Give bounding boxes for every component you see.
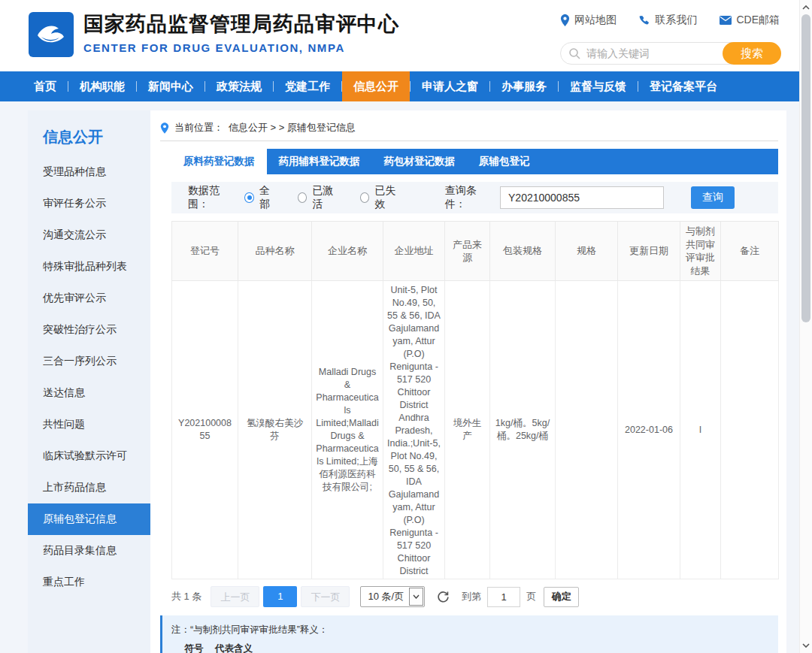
nav-item-4[interactable]: 党建工作 xyxy=(274,71,341,101)
brand: 国家药品监督管理局药品审评中心 CENTER FOR DRUG EVALUATI… xyxy=(29,12,399,57)
breadcrumb-location-label: 当前位置： xyxy=(174,121,223,135)
mail-icon xyxy=(720,16,732,25)
main-content: 当前位置：信息公开 > > 原辅包登记信息 原料药登记数据药用辅料登记数据药包材… xyxy=(150,110,786,653)
radio-icon xyxy=(298,192,308,203)
tab-2[interactable]: 药包材登记数据 xyxy=(372,149,468,174)
cell-text: 氢溴酸右美沙芬 xyxy=(242,417,308,443)
table-cell-0-9 xyxy=(721,281,779,579)
scrollbar-thumb[interactable] xyxy=(801,14,810,322)
sidebar-item-4[interactable]: 优先审评公示 xyxy=(28,283,150,314)
table-cell-0-8: I xyxy=(680,281,721,579)
radio-option-2[interactable]: 已失效 xyxy=(360,184,403,211)
site-header: 国家药品监督管理局药品审评中心 CENTER FOR DRUG EVALUATI… xyxy=(0,0,799,71)
tab-0[interactable]: 原料药登记数据 xyxy=(171,149,267,174)
sidebar-item-3[interactable]: 特殊审批品种列表 xyxy=(28,251,150,283)
cde-logo-icon[interactable] xyxy=(29,12,74,57)
query-label: 查询条件： xyxy=(445,184,494,211)
cell-text: 2022-01-06 xyxy=(622,424,676,437)
tab-1[interactable]: 药用辅料登记数据 xyxy=(267,149,372,174)
sidebar-item-10[interactable]: 上市药品信息 xyxy=(28,472,150,503)
nav-item-3[interactable]: 政策法规 xyxy=(205,71,273,101)
query-input[interactable] xyxy=(500,186,664,209)
quick-link-mail[interactable]: CDE邮箱 xyxy=(720,14,780,27)
column-header-6: 规格 xyxy=(556,222,618,281)
search-button[interactable]: 搜索 xyxy=(723,42,781,65)
nav-item-1[interactable]: 机构职能 xyxy=(68,71,136,101)
radio-option-label: 已激活 xyxy=(312,184,340,211)
prev-page-button[interactable]: 上一页 xyxy=(211,586,259,607)
nav-item-2[interactable]: 新闻中心 xyxy=(137,71,205,101)
column-header-7: 更新日期 xyxy=(618,222,680,281)
sidebar-item-7[interactable]: 送达信息 xyxy=(28,377,150,409)
radio-option-0[interactable]: 全部 xyxy=(244,184,277,211)
sidebar-item-5[interactable]: 突破性治疗公示 xyxy=(28,314,150,346)
body-row: 信息公开 受理品种信息审评任务公示沟通交流公示特殊审批品种列表优先审评公示突破性… xyxy=(0,101,799,653)
table-cell-0-4: 境外生产 xyxy=(445,281,490,579)
query-button[interactable]: 查询 xyxy=(691,186,735,209)
refresh-icon[interactable] xyxy=(437,591,450,603)
radio-option-label: 已失效 xyxy=(374,184,402,211)
quick-link-label: 联系我们 xyxy=(655,14,697,27)
nav-item-8[interactable]: 监督与反馈 xyxy=(559,71,638,101)
column-header-5: 包装规格 xyxy=(490,222,556,281)
nav-item-7[interactable]: 办事服务 xyxy=(490,71,558,101)
pagination: 共 1 条 上一页 1 下一页 10 条/页 到第 xyxy=(171,586,778,607)
nav-item-9[interactable]: 登记备案平台 xyxy=(638,71,729,101)
page-number-1[interactable]: 1 xyxy=(263,586,297,607)
breadcrumb-divider xyxy=(160,141,778,141)
sidebar-item-1[interactable]: 审评任务公示 xyxy=(28,188,150,219)
sidebar-item-12[interactable]: 药品目录集信息 xyxy=(28,535,150,567)
pagination-total: 共 1 条 xyxy=(171,590,201,603)
scrollbar-down-arrow-icon[interactable] xyxy=(800,639,812,651)
sidebar-item-6[interactable]: 三合一序列公示 xyxy=(28,346,150,377)
note-col-symbol: 符号 xyxy=(179,642,209,653)
sidebar-item-11[interactable]: 原辅包登记信息 xyxy=(28,503,150,535)
table-cell-0-1: 氢溴酸右美沙芬 xyxy=(238,281,312,579)
sidebar-item-9[interactable]: 临床试验默示许可 xyxy=(28,440,150,472)
radio-group: 全部已激活已失效 xyxy=(244,184,422,211)
note-header: 符号 代表含义 xyxy=(179,642,771,653)
nav-item-5[interactable]: 信息公开 xyxy=(342,71,410,101)
sidebar: 信息公开 受理品种信息审评任务公示沟通交流公示特殊审批品种列表优先审评公示突破性… xyxy=(28,110,150,653)
table-cell-0-0: Y20210000855 xyxy=(172,281,238,579)
nav-item-6[interactable]: 申请人之窗 xyxy=(411,71,489,101)
sidebar-item-2[interactable]: 沟通交流公示 xyxy=(28,219,150,251)
radio-icon xyxy=(360,192,370,203)
scrollbar-up-arrow-icon[interactable] xyxy=(800,2,812,14)
confirm-button[interactable]: 确定 xyxy=(544,587,579,607)
sidebar-item-8[interactable]: 共性问题 xyxy=(28,409,150,440)
page-size-value: 10 条/页 xyxy=(361,590,408,603)
quick-link-phone[interactable]: 联系我们 xyxy=(639,14,697,27)
sidebar-item-13[interactable]: 重点工作 xyxy=(28,567,150,598)
sidebar-item-0[interactable]: 受理品种信息 xyxy=(28,156,150,188)
cell-text: 1kg/桶。5kg/桶。25kg/桶 xyxy=(494,417,551,443)
quick-link-map-pin[interactable]: 网站地图 xyxy=(560,14,617,27)
nav-item-0[interactable]: 首页 xyxy=(23,71,68,101)
cell-text: Malladi Drugs & Pharmaceuticals Limited;… xyxy=(316,366,379,494)
radio-option-1[interactable]: 已激活 xyxy=(298,184,341,211)
column-header-1: 品种名称 xyxy=(238,222,312,281)
phone-icon xyxy=(639,15,650,26)
table-body: Y20210000855氢溴酸右美沙芬Malladi Drugs & Pharm… xyxy=(172,281,779,579)
radio-icon xyxy=(244,192,254,203)
cell-text: Y20210000855 xyxy=(176,417,234,443)
goto-unit: 页 xyxy=(526,590,536,603)
site-title: 国家药品监督管理局药品审评中心 xyxy=(83,12,399,38)
breadcrumb-path: 信息公开 > > 原辅包登记信息 xyxy=(229,121,356,135)
quick-link-label: CDE邮箱 xyxy=(736,14,780,27)
cell-text: 境外生产 xyxy=(449,417,486,443)
page-size-select[interactable]: 10 条/页 xyxy=(360,586,425,607)
table-row-0: Y20210000855氢溴酸右美沙芬Malladi Drugs & Pharm… xyxy=(172,281,779,579)
table-cell-0-2: Malladi Drugs & Pharmaceuticals Limited;… xyxy=(312,281,383,579)
tab-3[interactable]: 原辅包登记 xyxy=(467,149,542,174)
brand-text: 国家药品监督管理局药品审评中心 CENTER FOR DRUG EVALUATI… xyxy=(83,12,399,54)
location-pin-icon xyxy=(160,122,169,134)
note-title: 注：“与制剂共同审评审批结果”释义： xyxy=(171,623,771,637)
next-page-button[interactable]: 下一页 xyxy=(301,586,350,607)
search-area: 搜索 xyxy=(560,42,780,65)
note-box: 注：“与制剂共同审评审批结果”释义： 符号 代表含义 A已批准在上市制剂使用的原… xyxy=(160,615,778,653)
goto-page-input[interactable] xyxy=(487,587,520,607)
tab-bar: 原料药登记数据药用辅料登记数据药包材登记数据原辅包登记 xyxy=(171,149,778,174)
select-arrow-icon xyxy=(409,588,423,606)
scope-label: 数据范围： xyxy=(188,184,237,211)
